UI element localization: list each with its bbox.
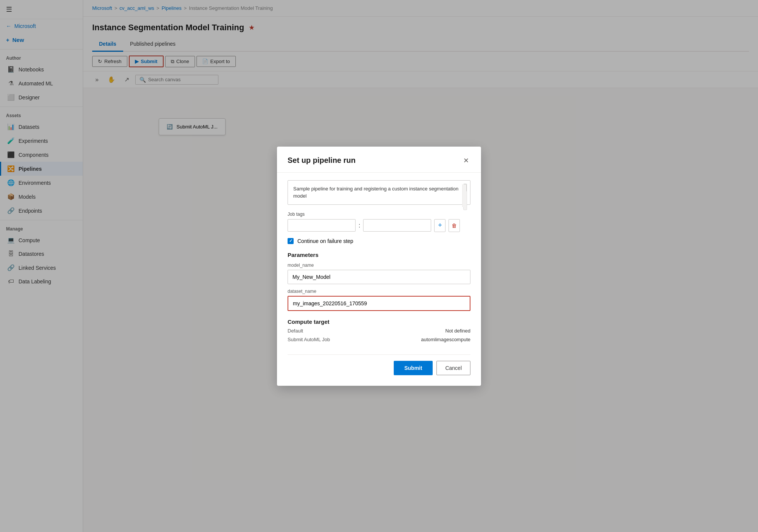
- continue-on-failure-row: Continue on failure step: [288, 238, 470, 244]
- model-name-label: model_name: [288, 263, 470, 268]
- job-tags-row: : + 🗑: [288, 219, 470, 232]
- tag-delete-button[interactable]: 🗑: [449, 219, 460, 232]
- compute-automl-value: automlimagescompute: [421, 337, 470, 342]
- tag-colon-separator: :: [359, 222, 360, 229]
- tag-add-button[interactable]: +: [434, 219, 446, 232]
- tag-value-input[interactable]: [363, 219, 431, 232]
- modal-body: Sample pipeline for training and registe…: [277, 173, 481, 386]
- pipeline-description: Sample pipeline for training and registe…: [288, 180, 470, 205]
- compute-target-section: Compute target Default Not defined Submi…: [288, 319, 470, 344]
- compute-table: Default Not defined Submit AutoML Job au…: [288, 326, 470, 344]
- modal-close-button[interactable]: ✕: [462, 155, 470, 166]
- compute-automl-label: Submit AutoML Job: [288, 337, 330, 342]
- modal-cancel-button[interactable]: Cancel: [436, 361, 470, 375]
- parameters-section-title: Parameters: [288, 252, 470, 258]
- model-name-input[interactable]: [288, 270, 470, 284]
- compute-default-value: Not defined: [446, 328, 471, 334]
- compute-row-default: Default Not defined: [288, 326, 470, 335]
- modal-footer: Submit Cancel: [288, 354, 470, 375]
- dataset-name-input[interactable]: [288, 296, 470, 311]
- job-tags-label: Job tags: [288, 212, 470, 217]
- continue-on-failure-checkbox[interactable]: [288, 238, 294, 244]
- setup-pipeline-modal: Set up pipeline run ✕ Sample pipeline fo…: [277, 147, 481, 386]
- modal-overlay: Set up pipeline run ✕ Sample pipeline fo…: [0, 0, 758, 532]
- compute-target-title: Compute target: [288, 319, 470, 325]
- compute-row-automl: Submit AutoML Job automlimagescompute: [288, 335, 470, 344]
- compute-default-label: Default: [288, 328, 303, 334]
- tag-key-input[interactable]: [288, 219, 356, 232]
- modal-title: Set up pipeline run: [288, 156, 356, 165]
- continue-on-failure-label: Continue on failure step: [297, 238, 353, 244]
- modal-submit-button[interactable]: Submit: [394, 361, 433, 375]
- modal-header: Set up pipeline run ✕: [277, 147, 481, 173]
- dataset-name-label: dataset_name: [288, 289, 470, 294]
